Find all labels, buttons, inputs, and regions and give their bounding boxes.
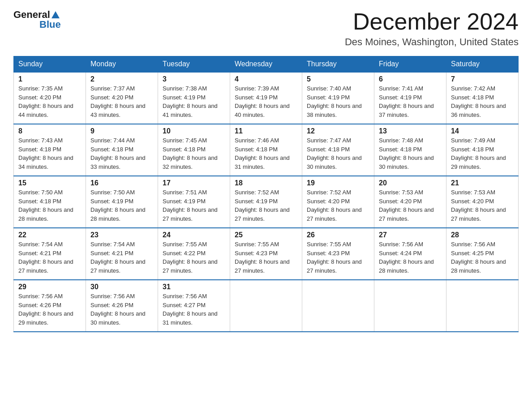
day-number: 3 [163, 75, 225, 83]
table-row: 22 Sunrise: 7:54 AMSunset: 4:21 PMDaylig… [14, 228, 86, 280]
col-wednesday: Wednesday [230, 56, 302, 73]
day-info: Sunrise: 7:49 AMSunset: 4:18 PMDaylight:… [451, 137, 506, 170]
logo-triangle-icon [51, 11, 60, 18]
table-row: 10 Sunrise: 7:45 AMSunset: 4:18 PMDaylig… [158, 124, 230, 176]
day-number: 2 [90, 75, 153, 83]
table-row: 28 Sunrise: 7:56 AMSunset: 4:25 PMDaylig… [446, 228, 519, 280]
day-info: Sunrise: 7:38 AMSunset: 4:19 PMDaylight:… [163, 85, 218, 118]
table-row: 9 Sunrise: 7:44 AMSunset: 4:18 PMDayligh… [86, 124, 158, 176]
day-info: Sunrise: 7:55 AMSunset: 4:23 PMDaylight:… [307, 241, 362, 274]
day-number: 6 [379, 75, 442, 83]
day-number: 9 [90, 127, 153, 135]
day-info: Sunrise: 7:45 AMSunset: 4:18 PMDaylight:… [163, 137, 218, 170]
calendar-week-row: 29 Sunrise: 7:56 AMSunset: 4:26 PMDaylig… [14, 280, 519, 332]
table-row: 6 Sunrise: 7:41 AMSunset: 4:19 PMDayligh… [374, 72, 446, 124]
day-number: 18 [235, 179, 297, 187]
logo-blue-text: Blue [39, 19, 61, 30]
table-row: 2 Sunrise: 7:37 AMSunset: 4:20 PMDayligh… [86, 72, 158, 124]
calendar-table: Sunday Monday Tuesday Wednesday Thursday… [13, 56, 519, 332]
day-number: 20 [379, 179, 442, 187]
day-info: Sunrise: 7:55 AMSunset: 4:23 PMDaylight:… [235, 241, 290, 274]
table-row: 3 Sunrise: 7:38 AMSunset: 4:19 PMDayligh… [158, 72, 230, 124]
table-row: 8 Sunrise: 7:43 AMSunset: 4:18 PMDayligh… [14, 124, 86, 176]
day-info: Sunrise: 7:46 AMSunset: 4:18 PMDaylight:… [235, 137, 290, 170]
day-number: 30 [90, 283, 153, 291]
day-number: 19 [307, 179, 369, 187]
table-row [446, 280, 519, 332]
table-row: 25 Sunrise: 7:55 AMSunset: 4:23 PMDaylig… [230, 228, 302, 280]
day-number: 31 [163, 283, 225, 291]
day-info: Sunrise: 7:39 AMSunset: 4:19 PMDaylight:… [235, 85, 290, 118]
day-number: 21 [451, 179, 514, 187]
calendar-week-row: 15 Sunrise: 7:50 AMSunset: 4:18 PMDaylig… [14, 176, 519, 228]
day-number: 8 [18, 127, 81, 135]
day-info: Sunrise: 7:50 AMSunset: 4:18 PMDaylight:… [18, 189, 73, 222]
table-row: 16 Sunrise: 7:50 AMSunset: 4:19 PMDaylig… [86, 176, 158, 228]
page-header: General Blue December 2024 Des Moines, W… [13, 9, 519, 48]
table-row [374, 280, 446, 332]
day-number: 27 [379, 231, 442, 239]
day-number: 25 [235, 231, 297, 239]
day-info: Sunrise: 7:54 AMSunset: 4:21 PMDaylight:… [90, 241, 146, 274]
day-number: 16 [90, 179, 153, 187]
day-number: 11 [235, 127, 297, 135]
day-info: Sunrise: 7:52 AMSunset: 4:20 PMDaylight:… [307, 189, 362, 222]
day-number: 23 [90, 231, 153, 239]
table-row: 13 Sunrise: 7:48 AMSunset: 4:18 PMDaylig… [374, 124, 446, 176]
day-info: Sunrise: 7:42 AMSunset: 4:18 PMDaylight:… [451, 85, 506, 118]
table-row: 29 Sunrise: 7:56 AMSunset: 4:26 PMDaylig… [14, 280, 86, 332]
table-row: 26 Sunrise: 7:55 AMSunset: 4:23 PMDaylig… [302, 228, 374, 280]
day-number: 4 [235, 75, 297, 83]
table-row: 30 Sunrise: 7:56 AMSunset: 4:26 PMDaylig… [86, 280, 158, 332]
day-number: 13 [379, 127, 442, 135]
day-info: Sunrise: 7:50 AMSunset: 4:19 PMDaylight:… [90, 189, 146, 222]
col-thursday: Thursday [302, 56, 374, 73]
day-number: 28 [451, 231, 514, 239]
col-sunday: Sunday [14, 56, 86, 73]
day-info: Sunrise: 7:35 AMSunset: 4:20 PMDaylight:… [18, 85, 73, 118]
table-row [230, 280, 302, 332]
day-info: Sunrise: 7:53 AMSunset: 4:20 PMDaylight:… [379, 189, 434, 222]
day-number: 24 [163, 231, 225, 239]
day-info: Sunrise: 7:56 AMSunset: 4:26 PMDaylight:… [18, 293, 73, 326]
table-row: 17 Sunrise: 7:51 AMSunset: 4:19 PMDaylig… [158, 176, 230, 228]
table-row [302, 280, 374, 332]
day-number: 14 [451, 127, 514, 135]
table-row: 12 Sunrise: 7:47 AMSunset: 4:18 PMDaylig… [302, 124, 374, 176]
table-row: 7 Sunrise: 7:42 AMSunset: 4:18 PMDayligh… [446, 72, 519, 124]
day-info: Sunrise: 7:56 AMSunset: 4:24 PMDaylight:… [379, 241, 434, 274]
day-info: Sunrise: 7:54 AMSunset: 4:21 PMDaylight:… [18, 241, 73, 274]
table-row: 20 Sunrise: 7:53 AMSunset: 4:20 PMDaylig… [374, 176, 446, 228]
day-number: 10 [163, 127, 225, 135]
table-row: 4 Sunrise: 7:39 AMSunset: 4:19 PMDayligh… [230, 72, 302, 124]
table-row: 21 Sunrise: 7:53 AMSunset: 4:20 PMDaylig… [446, 176, 519, 228]
day-info: Sunrise: 7:56 AMSunset: 4:27 PMDaylight:… [163, 293, 218, 326]
day-number: 15 [18, 179, 81, 187]
day-number: 26 [307, 231, 369, 239]
col-monday: Monday [86, 56, 158, 73]
day-info: Sunrise: 7:55 AMSunset: 4:22 PMDaylight:… [163, 241, 218, 274]
table-row: 23 Sunrise: 7:54 AMSunset: 4:21 PMDaylig… [86, 228, 158, 280]
table-row: 15 Sunrise: 7:50 AMSunset: 4:18 PMDaylig… [14, 176, 86, 228]
day-info: Sunrise: 7:56 AMSunset: 4:26 PMDaylight:… [90, 293, 146, 326]
day-number: 12 [307, 127, 369, 135]
day-info: Sunrise: 7:43 AMSunset: 4:18 PMDaylight:… [18, 137, 73, 170]
day-number: 7 [451, 75, 514, 83]
day-info: Sunrise: 7:53 AMSunset: 4:20 PMDaylight:… [451, 189, 506, 222]
calendar-week-row: 22 Sunrise: 7:54 AMSunset: 4:21 PMDaylig… [14, 228, 519, 280]
table-row: 1 Sunrise: 7:35 AMSunset: 4:20 PMDayligh… [14, 72, 86, 124]
month-title: December 2024 [345, 9, 519, 34]
table-row: 24 Sunrise: 7:55 AMSunset: 4:22 PMDaylig… [158, 228, 230, 280]
calendar-week-row: 8 Sunrise: 7:43 AMSunset: 4:18 PMDayligh… [14, 124, 519, 176]
calendar-header-row: Sunday Monday Tuesday Wednesday Thursday… [14, 56, 519, 73]
day-info: Sunrise: 7:47 AMSunset: 4:18 PMDaylight:… [307, 137, 362, 170]
day-info: Sunrise: 7:41 AMSunset: 4:19 PMDaylight:… [379, 85, 434, 118]
day-info: Sunrise: 7:48 AMSunset: 4:18 PMDaylight:… [379, 137, 434, 170]
col-saturday: Saturday [446, 56, 519, 73]
title-block: December 2024 Des Moines, Washington, Un… [345, 9, 519, 48]
table-row: 11 Sunrise: 7:46 AMSunset: 4:18 PMDaylig… [230, 124, 302, 176]
day-number: 29 [18, 283, 81, 291]
day-number: 5 [307, 75, 369, 83]
day-number: 17 [163, 179, 225, 187]
table-row: 27 Sunrise: 7:56 AMSunset: 4:24 PMDaylig… [374, 228, 446, 280]
